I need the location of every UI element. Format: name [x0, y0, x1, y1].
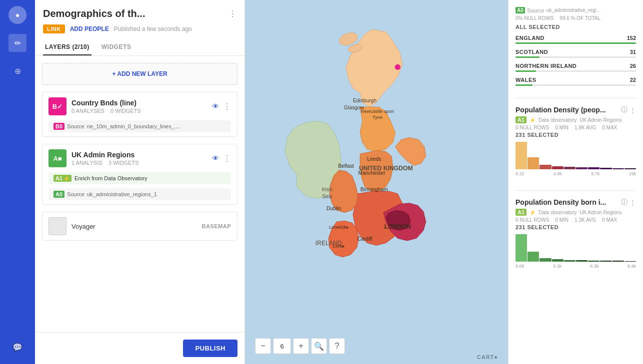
widget-info-icon-1: ⓘ: [621, 105, 628, 114]
panel-more-icon[interactable]: ⋮: [228, 9, 236, 18]
zoom-in-button[interactable]: +: [293, 338, 309, 354]
lightning-icon: ⚡: [64, 176, 70, 181]
layer-visibility-icon-uk[interactable]: 👁: [212, 154, 219, 162]
layer-icon-country-bnds: B✓: [48, 97, 66, 115]
layer-meta-uk: 1 ANALYSIS 3 WIDGETS: [72, 160, 207, 166]
widget-source-region-1: UK Admin Regions: [580, 117, 622, 123]
publish-button[interactable]: PUBLISH: [183, 340, 238, 357]
histogram-bar: [576, 260, 588, 262]
region-count: 152: [627, 35, 636, 41]
source-keyword-right: Source: [527, 7, 544, 13]
basemap-row[interactable]: Voyager BASEMAP: [42, 212, 238, 241]
panel-header: Demographics of th... ⋮ LINK ADD PEOPLE …: [35, 0, 244, 56]
histogram-bar: [624, 261, 636, 262]
histogram-bar: [528, 157, 539, 169]
widget-info-btn-2[interactable]: ⓘ ⋮: [621, 198, 636, 207]
svg-text:Cardiff: Cardiff: [357, 236, 372, 242]
layer-visibility-icon[interactable]: 👁: [212, 102, 219, 110]
total-text: 99.6 % OF TOTAL: [560, 15, 600, 21]
lightning-icon-1: ⚡: [530, 117, 536, 123]
hist-labels-1: 8.32 4.9k 9.7k 15k: [516, 171, 636, 176]
search-button[interactable]: 🔍: [311, 338, 327, 354]
layer-card-uk-admin: A■ UK Admin Regions 1 ANALYSIS 3 WIDGETS…: [42, 144, 238, 205]
widget-selected-2: 231 SELECTED: [516, 224, 636, 230]
region-name: WALES: [516, 77, 536, 83]
layer-widgets-uk: 3 WIDGETS: [108, 160, 139, 166]
widget-max-2: 0 MAX: [602, 217, 617, 223]
widget-source-type-2: Data observatory: [538, 210, 576, 215]
null-rows-row: 0% NULL ROWS 99.6 % OF TOTAL: [516, 15, 636, 21]
carto-watermark: CART●: [477, 354, 498, 360]
tab-widgets[interactable]: WIDGETS: [100, 39, 134, 55]
layer-icon-uk-admin: A■: [48, 149, 66, 167]
region-bar: [516, 42, 636, 44]
region-row: WALES 22: [516, 77, 636, 83]
widget-null-rows-1: 0 NULL ROWS: [516, 125, 549, 130]
svg-point-3: [395, 64, 400, 70]
layer-header: B✓ Country Bnds (line) 0 ANALYSES 0 WIDG…: [42, 92, 237, 120]
region-bar: [516, 56, 540, 58]
widget-stats-row-1: 0 NULL ROWS 0 MIN 1.8K AVG 0 MAX: [516, 125, 636, 130]
layer-icon-text-uk: A■: [53, 155, 62, 162]
hist-label-2-1: 3.1k: [553, 264, 562, 269]
svg-text:IRELAND: IRELAND: [316, 240, 342, 247]
svg-text:Dublin: Dublin: [326, 206, 342, 211]
region-item-1: SCOTLAND 31: [516, 49, 636, 58]
icon-sidebar: ● ✏ ⊕ 💬: [0, 0, 35, 364]
source-keyword: Source: [67, 123, 84, 129]
region-count: 22: [630, 77, 636, 83]
layer-more-icon-uk[interactable]: ⋮: [223, 154, 231, 163]
panel-title-row: Demographics of th... ⋮: [43, 8, 236, 19]
nav-connections-icon[interactable]: ⊕: [8, 62, 26, 80]
widget-title-row-2: Population Density born i... ⓘ ⋮: [516, 198, 636, 207]
widget-selected-1: 231 SELECTED: [516, 132, 636, 138]
logo-icon: ●: [16, 11, 20, 19]
analysis-item: A1 ⚡ Enrich from Data Observatory: [48, 172, 231, 184]
region-count: 31: [630, 49, 636, 55]
panel-actions-row: LINK ADD PEOPLE Published a few seconds …: [43, 24, 236, 33]
left-panel: Demographics of th... ⋮ LINK ADD PEOPLE …: [35, 0, 245, 364]
add-people-button[interactable]: ADD PEOPLE: [70, 25, 109, 32]
layer-analyses: 0 ANALYSES: [72, 108, 104, 114]
add-layer-button[interactable]: + ADD NEW LAYER: [42, 63, 238, 85]
widget-source-label-2: A1: [516, 209, 526, 216]
map-svg: Newcastle upon Tyne Edinburgh Glasgow Be…: [245, 0, 508, 364]
histogram-bar: [516, 142, 527, 169]
map-area: Newcastle upon Tyne Edinburgh Glasgow Be…: [245, 0, 508, 364]
histogram-bar: [552, 166, 564, 169]
panel-tabs: LAYERS (2/10) WIDGETS: [43, 39, 236, 55]
panel-footer: PUBLISH: [35, 332, 244, 364]
widget-min-2: 0 MIN: [555, 217, 568, 223]
histogram-bar: [576, 167, 588, 169]
tab-layers[interactable]: LAYERS (2/10): [43, 39, 92, 55]
link-button[interactable]: LINK: [43, 24, 65, 33]
widget-source-label-1: A1: [516, 116, 526, 123]
region-row: NORTHERN IRELAND 26: [516, 63, 636, 69]
widget-card-1: Population Density (peop... ⓘ ⋮ A1 ⚡ Dat…: [516, 105, 636, 176]
layer-more-icon[interactable]: ⋮: [223, 102, 231, 111]
source-text-uk: uk_administrative_regions_1: [87, 191, 157, 197]
hist-label-1-3: 15k: [628, 171, 636, 176]
svg-text:Edinburgh: Edinburgh: [353, 98, 376, 103]
svg-text:Glasgow: Glasgow: [344, 105, 364, 110]
layer-controls: 👁 ⋮: [212, 102, 231, 111]
basemap-name: Voyager: [72, 223, 196, 230]
region-bar-bg: [516, 70, 636, 72]
widget-title-1: Population Density (peop...: [516, 106, 621, 114]
histogram-bar: [540, 258, 551, 262]
source-label-a0: A0: [54, 191, 64, 198]
nav-layers-icon[interactable]: ✏: [8, 34, 26, 52]
help-button[interactable]: ?: [329, 338, 345, 354]
widget-title-2: Population Density born i...: [516, 198, 621, 206]
zoom-out-button[interactable]: −: [255, 338, 271, 354]
widget-info-btn-1[interactable]: ⓘ ⋮: [621, 105, 636, 114]
right-panel: A0 Source uk_administrative_regi... 0% N…: [508, 0, 643, 364]
widget-max-1: 0 MAX: [602, 125, 617, 130]
published-status: Published a few seconds ago: [114, 25, 192, 32]
region-name: NORTHERN IRELAND: [516, 63, 576, 69]
nav-chat-icon[interactable]: 💬: [8, 338, 26, 356]
logo-button[interactable]: ●: [8, 6, 26, 24]
hist-label-2-3: 9.4k: [628, 264, 636, 269]
histogram-bar: [588, 167, 600, 169]
histogram-bar: [528, 252, 539, 262]
